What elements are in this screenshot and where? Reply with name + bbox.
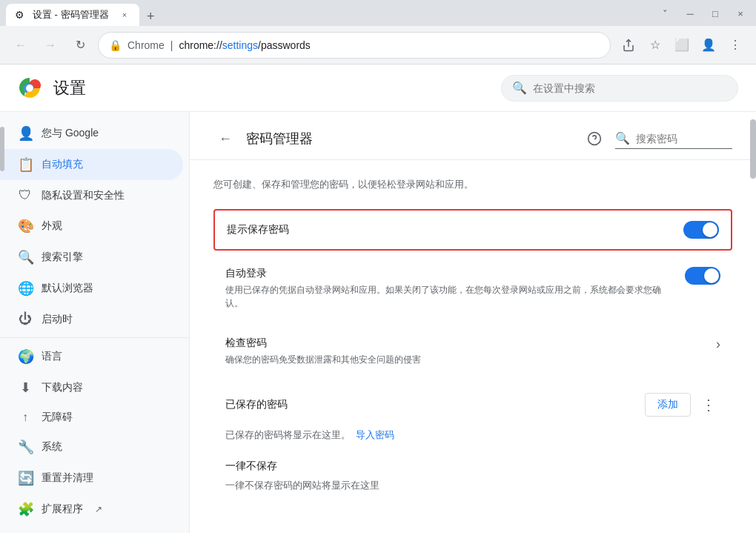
right-panel-scrollbar[interactable] — [750, 112, 756, 533]
sidebar-label-reset: 重置并清理 — [42, 471, 93, 485]
sidebar-item-extensions[interactable]: 🧩 扩展程序 ↗ — [0, 494, 183, 525]
never-saved-desc: 一律不保存密码的网站将显示在这里 — [225, 479, 720, 492]
share-button[interactable] — [617, 33, 640, 57]
close-window-button[interactable]: × — [731, 4, 750, 23]
panel-search-box[interactable]: 🔍 — [615, 128, 732, 149]
new-tab-button[interactable]: + — [141, 7, 161, 26]
sidebar-item-downloads[interactable]: ⬇ 下载内容 — [0, 372, 183, 403]
search-engine-icon: 🔍 — [18, 249, 33, 265]
auto-signin-label: 自动登录 — [225, 267, 673, 280]
sidebar-label-extensions: 扩展程序 — [42, 503, 83, 516]
sidebar-item-startup[interactable]: ⏻ 启动时 — [0, 304, 183, 334]
sidebar-label-privacy: 隐私设置和安全性 — [42, 189, 125, 202]
panel-title: 密码管理器 — [246, 130, 313, 148]
sidebar-label-startup: 启动时 — [42, 313, 73, 326]
restore-button[interactable]: □ — [706, 4, 725, 23]
panel-back-button[interactable]: ← — [213, 127, 237, 150]
chevron-button[interactable]: ˅ — [655, 4, 674, 23]
back-button[interactable]: ← — [9, 33, 33, 57]
settings-search-icon: 🔍 — [512, 81, 527, 95]
content-area: 👤 您与 Google 📋 自动填充 🛡 隐私设置和安全性 🎨 外观 🔍 搜索引… — [0, 112, 756, 533]
external-link-icon: ↗ — [95, 504, 102, 514]
check-passwords-setting[interactable]: 检查密码 确保您的密码免受数据泄露和其他安全问题的侵害 › — [213, 326, 732, 377]
url-text: chrome://settings/passwords — [179, 39, 310, 51]
right-panel: ← 密码管理器 🔍 — [190, 112, 756, 533]
offer-save-toggle[interactable] — [683, 221, 719, 239]
panel-header: ← 密码管理器 🔍 — [190, 112, 756, 160]
settings-search-input[interactable] — [533, 82, 727, 94]
right-panel-scroll-thumb[interactable] — [750, 119, 756, 179]
sidebar-item-language[interactable]: 🌍 语言 — [0, 341, 183, 372]
check-passwords-chevron: › — [716, 337, 720, 352]
privacy-icon: 🛡 — [18, 188, 33, 203]
sidebar-label-accessibility: 无障碍 — [42, 411, 73, 424]
sidebar-label-appearance: 外观 — [42, 219, 62, 233]
auto-signin-setting: 自动登录 使用已保存的凭据自动登录网站和应用。如果关闭了该功能，在您每次登录网站… — [213, 256, 732, 320]
sidebar-label-google: 您与 Google — [42, 127, 99, 140]
saved-passwords-actions: 添加 ⋮ — [645, 393, 720, 417]
sidebar-item-accessibility[interactable]: ↑ 无障碍 — [0, 403, 183, 431]
bookmark-button[interactable]: ☆ — [643, 33, 667, 57]
sidebar-item-browser[interactable]: 🌐 默认浏览器 — [0, 273, 183, 304]
sidebar-divider — [0, 337, 189, 338]
settings-title: 设置 — [53, 77, 86, 99]
system-icon: 🔧 — [18, 439, 33, 455]
offer-save-setting: 提示保存密码 — [213, 209, 732, 251]
sidebar: 👤 您与 Google 📋 自动填充 🛡 隐私设置和安全性 🎨 外观 🔍 搜索引… — [0, 112, 190, 533]
check-passwords-label: 检查密码 — [225, 337, 704, 350]
sidebar-item-system[interactable]: 🔧 系统 — [0, 431, 183, 463]
minimize-button[interactable]: ─ — [680, 4, 700, 23]
tab-favicon: ⚙ — [15, 9, 27, 21]
auto-signin-toggle[interactable] — [685, 267, 720, 285]
tab-close-button[interactable]: × — [119, 9, 130, 21]
never-saved-section: 一律不保存 一律不保存密码的网站将显示在这里 — [213, 454, 732, 498]
auto-signin-desc: 使用已保存的凭据自动登录网站和应用。如果关闭了该功能，在您每次登录网站或应用之前… — [225, 283, 673, 310]
browser-icon: 🌐 — [18, 280, 33, 297]
sidebar-item-search[interactable]: 🔍 搜索引擎 — [0, 242, 183, 273]
titlebar: ⚙ 设置 - 密码管理器 × + ˅ ─ □ × — [0, 0, 756, 26]
chrome-label: Chrome — [127, 39, 165, 51]
reset-icon: 🔄 — [18, 470, 33, 486]
refresh-button[interactable]: ↻ — [68, 33, 92, 57]
sidebar-item-appearance[interactable]: 🎨 外观 — [0, 211, 183, 242]
profile-button[interactable]: 👤 — [697, 33, 720, 57]
saved-passwords-more-button[interactable]: ⋮ — [697, 393, 720, 417]
autofill-icon: 📋 — [18, 156, 33, 173]
saved-passwords-title: 已保存的密码 — [225, 398, 288, 411]
auto-signin-text: 自动登录 使用已保存的凭据自动登录网站和应用。如果关闭了该功能，在您每次登录网站… — [225, 267, 673, 310]
sidebar-label-language: 语言 — [42, 350, 62, 363]
settings-search-box[interactable]: 🔍 — [501, 75, 738, 102]
extensions-icon: 🧩 — [18, 501, 33, 517]
add-password-button[interactable]: 添加 — [645, 393, 691, 417]
check-passwords-desc: 确保您的密码免受数据泄露和其他安全问题的侵害 — [225, 353, 704, 366]
import-passwords-link[interactable]: 导入密码 — [356, 429, 394, 440]
address-bar[interactable]: 🔒 Chrome | chrome://settings/passwords — [98, 32, 611, 59]
sidebar-scrollbar-thumb[interactable] — [0, 127, 4, 171]
saved-passwords-empty: 已保存的密码将显示在这里。 导入密码 — [213, 423, 732, 454]
saved-passwords-header: 已保存的密码 添加 ⋮ — [213, 383, 732, 423]
url-highlight: settings — [222, 39, 258, 51]
tab-search-button[interactable]: ⬜ — [670, 33, 694, 57]
startup-icon: ⏻ — [18, 311, 33, 327]
window-controls: ˅ ─ □ × — [655, 4, 750, 26]
forward-button[interactable]: → — [39, 33, 62, 57]
sidebar-item-autofill[interactable]: 📋 自动填充 — [0, 149, 183, 180]
addressbar: ← → ↻ 🔒 Chrome | chrome://settings/passw… — [0, 26, 756, 64]
help-button[interactable] — [583, 127, 606, 150]
check-passwords-text: 检查密码 确保您的密码免受数据泄露和其他安全问题的侵害 — [225, 337, 704, 366]
sidebar-item-google[interactable]: 👤 您与 Google — [0, 118, 183, 149]
chrome-logo — [18, 76, 42, 100]
svg-point-3 — [26, 85, 33, 92]
tab-title: 设置 - 密码管理器 — [33, 8, 109, 21]
sidebar-item-privacy[interactable]: 🛡 隐私设置和安全性 — [0, 180, 183, 211]
panel-title-area: ← 密码管理器 — [213, 127, 313, 150]
active-tab[interactable]: ⚙ 设置 - 密码管理器 × — [6, 4, 139, 26]
sidebar-item-reset[interactable]: 🔄 重置并清理 — [0, 463, 183, 494]
panel-search-icon: 🔍 — [615, 131, 630, 145]
lock-icon: 🔒 — [109, 39, 122, 51]
sidebar-label-system: 系统 — [42, 440, 62, 454]
panel-search-input[interactable] — [636, 133, 732, 145]
more-options-button[interactable]: ⋮ — [723, 33, 747, 57]
url-separator: | — [170, 39, 173, 51]
language-icon: 🌍 — [18, 348, 33, 365]
